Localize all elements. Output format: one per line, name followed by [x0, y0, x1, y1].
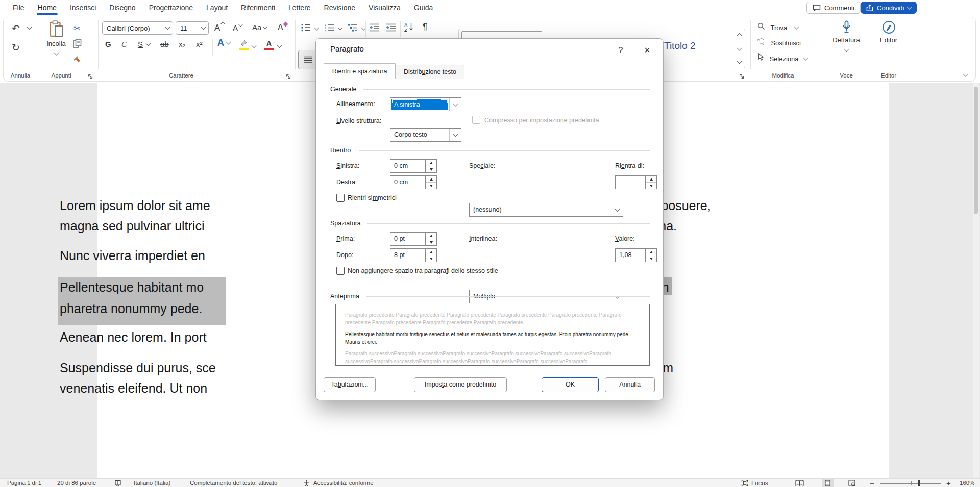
style-gallery-up-icon[interactable] — [732, 29, 746, 42]
word-count[interactable]: 20 di 86 parole — [57, 480, 96, 486]
space-after-spinner[interactable] — [425, 249, 436, 262]
spacing-at-spinner[interactable] — [645, 249, 656, 262]
indent-right-spinner[interactable] — [425, 176, 436, 189]
zoom-level[interactable]: 160% — [960, 480, 974, 486]
web-layout-icon[interactable] — [848, 480, 855, 487]
doc-text-line[interactable]: venenatis eleifend. Ut non — [60, 380, 207, 396]
space-before-field[interactable]: 0 pt — [390, 232, 437, 246]
menu-layout[interactable]: Layout — [200, 0, 234, 15]
shrink-font-button[interactable]: A — [233, 22, 242, 33]
chevron-down-icon[interactable] — [162, 22, 173, 34]
menu-disegno[interactable]: Disegno — [103, 0, 142, 15]
clear-formatting-button[interactable]: A — [278, 22, 287, 32]
bullets-button[interactable] — [301, 23, 318, 34]
copy-button[interactable] — [70, 38, 84, 49]
doc-text-line[interactable]: pharetra nonummy pede. — [60, 301, 202, 316]
numbering-button[interactable]: 123 — [325, 23, 342, 34]
menu-visualizza[interactable]: Visualizza — [362, 0, 407, 15]
subscript-button[interactable]: x₂ — [179, 40, 185, 49]
find-button[interactable]: Trova — [757, 22, 798, 32]
paste-button[interactable]: Incolla — [44, 20, 68, 69]
style-item-titolo-2[interactable]: Titolo 2 — [664, 40, 696, 52]
justify-button[interactable] — [298, 50, 317, 69]
chevron-down-icon[interactable] — [611, 203, 623, 216]
page-indicator[interactable]: Pagina 1 di 1 — [7, 480, 41, 486]
menu-file[interactable]: File — [6, 0, 31, 15]
chevron-down-icon[interactable] — [803, 56, 808, 61]
indent-by-field[interactable] — [615, 175, 657, 189]
doc-text-line[interactable]: Aenean nec lorem. In port — [60, 329, 207, 345]
redo-button[interactable]: ↻ — [8, 41, 23, 54]
font-size-combo[interactable]: 11 — [176, 21, 209, 35]
chevron-down-icon[interactable] — [449, 98, 461, 111]
menu-inserisci[interactable]: Inserisci — [63, 0, 103, 15]
doc-text-line[interactable]: Lorem ipsum dolor sit ame — [60, 198, 210, 213]
focus-label[interactable]: Focus — [751, 480, 768, 487]
space-before-spinner[interactable] — [425, 233, 436, 245]
grow-font-button[interactable]: A — [214, 22, 225, 33]
menu-home[interactable]: Home — [31, 0, 63, 15]
font-name-combo[interactable]: Calibri (Corpo) — [102, 21, 173, 35]
chevron-down-icon[interactable] — [314, 25, 320, 31]
indent-right-field[interactable]: 0 cm — [390, 175, 437, 189]
zoom-slider-track[interactable] — [880, 483, 941, 484]
superscript-button[interactable]: x² — [196, 40, 203, 49]
tabs-button[interactable]: Tabulazioni... — [324, 377, 376, 392]
show-formatting-button[interactable]: ¶ — [423, 22, 427, 32]
chevron-down-icon[interactable] — [794, 24, 799, 30]
increase-indent-button[interactable] — [386, 23, 396, 34]
tab-rientri-e-spaziatura[interactable]: Rientri e spaziatura — [324, 63, 396, 79]
text-effects-button[interactable]: A — [217, 38, 230, 48]
indent-left-spinner[interactable] — [425, 160, 436, 172]
style-gallery-more-icon[interactable] — [732, 55, 746, 67]
highlight-button[interactable] — [239, 39, 249, 50]
menu-revisione[interactable]: Revisione — [317, 0, 362, 15]
cancel-button[interactable]: Annulla — [605, 377, 655, 392]
paste-dropdown-icon[interactable] — [54, 50, 59, 56]
menu-guida[interactable]: Guida — [407, 0, 439, 15]
read-mode-icon[interactable] — [795, 480, 804, 487]
editor-button[interactable]: Editor — [871, 20, 906, 44]
mirror-indents-checkbox[interactable] — [336, 194, 345, 202]
italic-button[interactable]: C — [121, 40, 127, 49]
styles-dialog-launcher-icon[interactable] — [739, 72, 745, 82]
chevron-down-icon[interactable] — [844, 47, 849, 52]
chevron-down-icon[interactable] — [226, 40, 231, 45]
doc-text-line[interactable]: magna sed pulvinar ultrici — [60, 218, 204, 234]
undo-button[interactable]: ↶ — [8, 21, 23, 35]
change-case-button[interactable]: Aa — [252, 23, 267, 32]
font-dialog-launcher-icon[interactable] — [286, 72, 291, 82]
share-button[interactable]: Condividi — [861, 2, 917, 14]
decrease-indent-button[interactable] — [370, 23, 380, 34]
font-color-button[interactable]: A — [264, 39, 274, 50]
vertical-scrollbar[interactable] — [973, 83, 979, 478]
indent-left-field[interactable]: 0 cm — [390, 159, 437, 173]
chevron-down-icon[interactable] — [338, 25, 343, 31]
no-space-same-style-checkbox[interactable] — [336, 267, 345, 275]
dictate-button[interactable]: Dettatura — [827, 20, 866, 53]
chevron-down-icon[interactable] — [449, 129, 461, 141]
zoom-slider-thumb[interactable] — [918, 480, 920, 486]
underline-button[interactable]: S — [138, 40, 150, 49]
outline-level-combo[interactable]: Corpo testo — [390, 128, 461, 142]
zoom-out-button[interactable]: − — [870, 479, 874, 487]
print-layout-icon[interactable] — [822, 479, 834, 487]
indent-by-spinner[interactable] — [645, 176, 656, 189]
style-gallery-down-icon[interactable] — [732, 42, 746, 55]
doc-text-line[interactable]: Pellentesque habitant mo — [60, 279, 204, 295]
bold-button[interactable]: G — [105, 40, 111, 49]
scrollbar-thumb[interactable] — [974, 87, 978, 214]
special-combo[interactable]: (nessuno) — [469, 203, 623, 217]
help-button[interactable]: ? — [614, 44, 627, 57]
focus-icon[interactable] — [741, 480, 748, 487]
tab-distribuzione-testo[interactable]: Distribuzione testo — [396, 65, 464, 79]
cut-button[interactable]: ✂ — [70, 22, 84, 34]
multilevel-list-button[interactable] — [348, 23, 365, 34]
menu-progettazione[interactable]: Progettazione — [142, 0, 200, 15]
clipboard-dialog-launcher-icon[interactable] — [88, 72, 93, 82]
doc-text-line[interactable]: Nunc viverra imperdiet en — [60, 248, 205, 263]
menu-riferimenti[interactable]: Riferimenti — [234, 0, 282, 15]
sort-button[interactable]: AZ — [404, 22, 414, 34]
chevron-down-icon[interactable] — [146, 41, 151, 46]
zoom-in-button[interactable]: + — [946, 479, 951, 487]
